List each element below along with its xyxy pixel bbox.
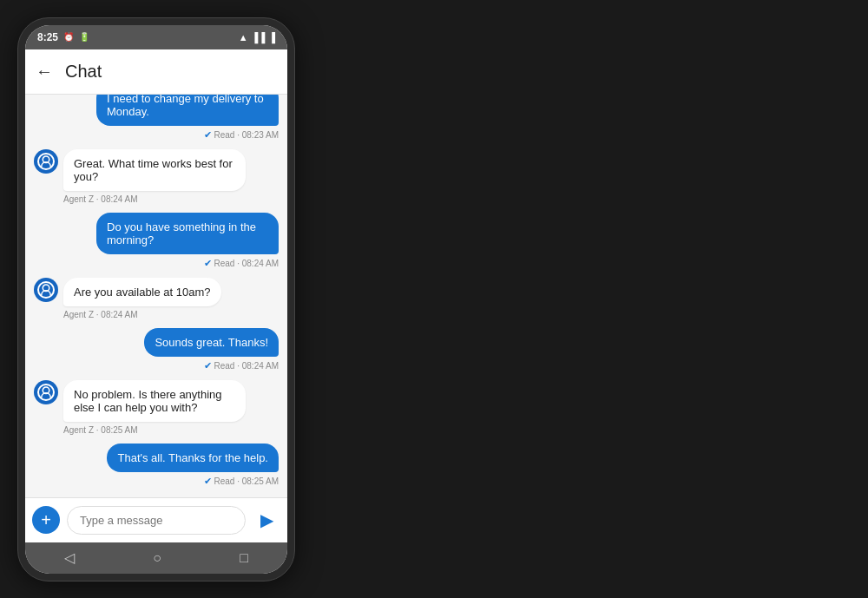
user-meta: ✔Read · 08:23 AM [34, 129, 279, 141]
back-nav-button[interactable]: ◁ [64, 549, 75, 566]
send-button[interactable]: ▶ [253, 506, 280, 534]
message-group: Sounds great. Thanks!✔Read · 08:24 AM [34, 328, 279, 371]
read-label: Read · 08:24 AM [214, 259, 279, 268]
agent-message-row: Great. What time works best for you? [34, 149, 279, 191]
user-message-row: That's all. Thanks for the help. [34, 444, 279, 472]
plus-icon: + [41, 511, 51, 529]
user-meta: ✔Read · 08:25 AM [34, 476, 279, 487]
battery-icon: 🔋 [79, 32, 89, 42]
phone-frame: 8:25 ⏰ 🔋 ▲ ▐▐ ▐ ← Chat Hi! What can I he… [17, 17, 295, 582]
agent-message-row: Are you available at 10am? [34, 278, 279, 306]
agent-message-row: No problem. Is there anything else I can… [34, 380, 279, 422]
battery-level-icon: ▐ [268, 32, 275, 43]
message-group: Do you have something in the morning?✔Re… [34, 213, 279, 269]
add-button[interactable]: + [32, 506, 60, 534]
user-bubble: Sounds great. Thanks! [144, 328, 279, 357]
messages-area: Hi! What can I help you with today?Agent… [25, 95, 287, 497]
read-label: Read · 08:23 AM [214, 130, 279, 140]
user-message-row: Do you have something in the morning? [34, 213, 279, 254]
agent-bubble: No problem. Is there anything else I can… [63, 380, 246, 422]
message-group: No problem. Is there anything else I can… [34, 380, 279, 435]
user-bubble: I need to change my delivery to Monday. [96, 95, 279, 126]
agent-avatar [34, 149, 58, 174]
agent-meta: Agent Z · 08:24 AM [63, 310, 279, 319]
agent-meta: Agent Z · 08:24 AM [63, 194, 279, 204]
svg-point-1 [43, 156, 49, 163]
user-meta: ✔Read · 08:24 AM [34, 360, 279, 371]
user-bubble: That's all. Thanks for the help. [107, 444, 279, 472]
chat-header: ← Chat [25, 49, 287, 95]
phone-screen: 8:25 ⏰ 🔋 ▲ ▐▐ ▐ ← Chat Hi! What can I he… [25, 25, 287, 574]
status-left: 8:25 ⏰ 🔋 [37, 31, 89, 43]
alarm-icon: ⏰ [63, 32, 74, 42]
read-check-icon: ✔ [204, 360, 212, 371]
send-icon: ▶ [260, 509, 273, 530]
svg-point-2 [43, 285, 49, 292]
read-label: Read · 08:24 AM [214, 361, 279, 371]
read-check-icon: ✔ [204, 476, 212, 487]
agent-avatar [34, 278, 58, 302]
status-icons-right: ▲ ▐▐ ▐ [239, 32, 275, 43]
back-button[interactable]: ← [36, 62, 53, 82]
agent-avatar [34, 380, 58, 404]
message-group: That's all. Thanks for the help.✔Read · … [34, 444, 279, 487]
bottom-nav: ◁ ○ □ [25, 542, 287, 574]
agent-meta: Agent Z · 08:25 AM [63, 425, 279, 435]
message-group: Great. What time works best for you?Agen… [34, 149, 279, 204]
svg-point-3 [43, 387, 49, 394]
status-time: 8:25 [37, 31, 58, 43]
read-label: Read · 08:25 AM [214, 476, 279, 486]
user-bubble: Do you have something in the morning? [96, 213, 279, 254]
signal-icon: ▐▐ [252, 32, 266, 43]
page-title: Chat [65, 62, 102, 82]
message-input[interactable] [67, 506, 246, 535]
wifi-icon: ▲ [239, 32, 248, 43]
status-bar: 8:25 ⏰ 🔋 ▲ ▐▐ ▐ [25, 25, 287, 49]
user-meta: ✔Read · 08:24 AM [34, 258, 279, 269]
user-message-row: I need to change my delivery to Monday. [34, 95, 279, 126]
message-group: Are you available at 10am?Agent Z · 08:2… [34, 278, 279, 319]
agent-bubble: Are you available at 10am? [63, 278, 221, 306]
input-area: + ▶ [25, 497, 287, 542]
agent-bubble: Great. What time works best for you? [63, 149, 246, 191]
user-message-row: Sounds great. Thanks! [34, 328, 279, 357]
read-check-icon: ✔ [204, 129, 212, 141]
recent-nav-button[interactable]: □ [240, 550, 248, 566]
message-group: I need to change my delivery to Monday.✔… [34, 95, 279, 141]
read-check-icon: ✔ [204, 258, 212, 269]
home-nav-button[interactable]: ○ [153, 550, 161, 566]
